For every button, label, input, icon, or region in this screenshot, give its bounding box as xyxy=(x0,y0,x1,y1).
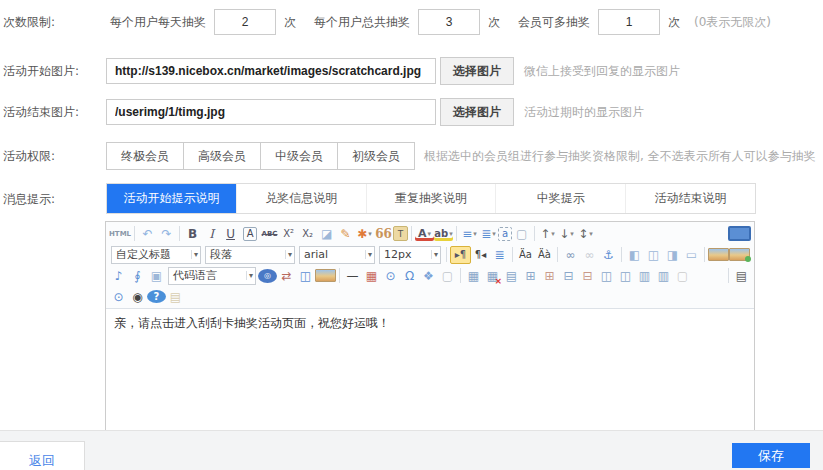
paste-icon[interactable]: ▤ xyxy=(166,288,185,306)
tab-1[interactable]: 活动开始提示说明 xyxy=(107,184,236,213)
limits-hint: (0表示无限次) xyxy=(694,14,771,31)
underline-icon[interactable]: U xyxy=(221,225,240,243)
insert-table-icon[interactable]: ▦ xyxy=(464,267,483,285)
subscript-icon[interactable]: X₂ xyxy=(298,225,317,243)
para-space-top-icon[interactable]: ↑▾ xyxy=(538,225,557,243)
delete-row-icon[interactable]: ⊟ xyxy=(559,267,578,285)
blockquote-icon[interactable]: 66 xyxy=(374,225,393,243)
anchor-icon[interactable]: ⚓ xyxy=(599,246,618,264)
end-image-pick-button[interactable]: 选择图片 xyxy=(440,98,514,126)
tab-4[interactable]: 中奖提示 xyxy=(495,184,625,213)
link-icon[interactable]: ∞ xyxy=(561,246,580,264)
toolbar-separator xyxy=(557,247,558,262)
member-group-button[interactable]: 高级会员 xyxy=(183,142,261,170)
split-col-icon[interactable]: ▥ xyxy=(635,267,654,285)
table-title-icon[interactable]: ▤ xyxy=(502,267,521,285)
format-brush-icon[interactable]: ✎ xyxy=(336,225,355,243)
dir-ltr-icon[interactable]: ▸¶ xyxy=(450,246,471,264)
daily-draw-input[interactable] xyxy=(214,9,276,35)
font-size-select[interactable]: 12px▾ xyxy=(379,246,441,264)
custom-title-select[interactable]: 自定义标题▾ xyxy=(111,246,201,264)
html-source-icon[interactable]: HTML xyxy=(109,225,131,243)
img-align-center-icon[interactable]: ◫ xyxy=(644,246,663,264)
superscript-icon[interactable]: X² xyxy=(279,225,298,243)
total-draw-input[interactable] xyxy=(418,9,480,35)
print-icon[interactable]: ▤ xyxy=(732,267,751,285)
horizontal-rule-icon[interactable]: — xyxy=(343,267,362,285)
insert-code-icon[interactable]: ◎ xyxy=(258,269,277,283)
message-tabs: 活动开始提示说明兑奖信息说明重复抽奖说明中奖提示活动结束说明 xyxy=(106,183,756,214)
paragraph-select[interactable]: 段落▾ xyxy=(205,246,295,264)
undo-icon[interactable]: ↶ xyxy=(138,225,157,243)
paste-text-icon[interactable]: T xyxy=(393,226,408,241)
columns-icon[interactable]: ◫ xyxy=(296,267,315,285)
delete-table-icon[interactable]: ▦ xyxy=(483,267,502,285)
save-button[interactable]: 保存 xyxy=(732,443,810,468)
dropdown-arrow: ▾ xyxy=(428,230,432,238)
doc-page-icon[interactable]: ▢ xyxy=(673,267,692,285)
member-group-button[interactable]: 初级会员 xyxy=(337,142,415,170)
bold-icon[interactable]: B xyxy=(183,225,202,243)
image-manager-icon[interactable] xyxy=(729,248,750,261)
member-group-button[interactable]: 终极会员 xyxy=(106,142,184,170)
insert-row-icon[interactable]: ⊞ xyxy=(521,267,540,285)
fullscreen-icon[interactable] xyxy=(728,226,751,241)
delete-col-icon[interactable]: ⊟ xyxy=(578,267,597,285)
member-extra-input[interactable] xyxy=(598,9,660,35)
img-align-left-icon[interactable]: ◧ xyxy=(625,246,644,264)
tab-3[interactable]: 重复抽奖说明 xyxy=(366,184,496,213)
map-icon[interactable]: ❖ xyxy=(419,267,438,285)
attachment-icon[interactable]: ∮ xyxy=(128,267,147,285)
split-row-icon[interactable]: ◫ xyxy=(616,267,635,285)
eraser-icon[interactable]: ◪ xyxy=(317,225,336,243)
find-replace-icon[interactable]: ◉ xyxy=(128,288,147,306)
permission-label: 活动权限: xyxy=(0,148,106,165)
help-icon[interactable]: ? xyxy=(147,290,166,303)
tab-5[interactable]: 活动结束说明 xyxy=(625,184,755,213)
rich-text-editor: HTML↶↷BIUAABCX²X₂◪✎✱▾66TA▾ab▾≡▾≣▾a▢↑▾↓▾↕… xyxy=(105,221,755,454)
end-image-input[interactable] xyxy=(106,99,436,125)
anchor-ref-icon[interactable]: a xyxy=(498,227,512,241)
start-image-input[interactable] xyxy=(106,58,436,84)
img-align-none-icon[interactable]: ▭ xyxy=(682,246,701,264)
time-icon[interactable]: ⊙ xyxy=(381,267,400,285)
italic-icon[interactable]: I xyxy=(202,225,221,243)
blank-doc-icon[interactable]: ▢ xyxy=(512,225,531,243)
snapshot-icon[interactable]: ▢ xyxy=(438,267,457,285)
member-group-button[interactable]: 中级会员 xyxy=(260,142,338,170)
footer-bar: 返回 保存 xyxy=(0,430,823,470)
para-space-bottom-icon[interactable]: ↓▾ xyxy=(557,225,576,243)
indent-icon[interactable]: ≣ xyxy=(490,246,509,264)
dir-rtl-icon[interactable]: ¶◂ xyxy=(471,246,490,264)
code-language-select[interactable]: 代码语言▾ xyxy=(168,267,256,285)
start-image-pick-button[interactable]: 选择图片 xyxy=(440,57,514,85)
pagebreak-icon[interactable]: ⇄ xyxy=(277,267,296,285)
border-text-icon[interactable]: A xyxy=(243,227,257,241)
font-color-icon[interactable]: A▾ xyxy=(415,227,434,241)
insert-image-icon[interactable] xyxy=(708,248,729,261)
tab-2[interactable]: 兑奖信息说明 xyxy=(236,184,366,213)
insert-frame-icon[interactable]: ▣ xyxy=(147,267,166,285)
img-align-right-icon[interactable]: ◨ xyxy=(663,246,682,264)
to-lowercase-icon[interactable]: Äà xyxy=(535,246,554,264)
auto-typeset-icon[interactable]: ✱▾ xyxy=(355,225,374,243)
unordered-list-icon[interactable]: ≣▾ xyxy=(479,225,498,243)
music-icon[interactable]: ♪ xyxy=(109,267,128,285)
template-icon[interactable] xyxy=(315,269,336,282)
unlink-icon[interactable]: ∞ xyxy=(580,246,599,264)
ordered-list-icon[interactable]: ≡▾ xyxy=(460,225,479,243)
merge-cells-icon[interactable]: ◫ xyxy=(597,267,616,285)
toolbar-separator xyxy=(512,247,513,262)
to-uppercase-icon[interactable]: Äa xyxy=(516,246,535,264)
table-full-width-icon[interactable]: ▥ xyxy=(654,267,673,285)
font-family-select[interactable]: arial▾ xyxy=(299,246,375,264)
line-height-icon[interactable]: ↕▾ xyxy=(576,225,595,243)
redo-icon[interactable]: ↷ xyxy=(157,225,176,243)
back-button[interactable]: 返回 xyxy=(0,441,85,470)
highlight-color-icon[interactable]: ab▾ xyxy=(434,227,453,241)
special-char-icon[interactable]: Ω xyxy=(400,267,419,285)
date-icon[interactable]: ▦ xyxy=(362,267,381,285)
strikethrough-icon[interactable]: ABC xyxy=(260,225,279,243)
insert-col-icon[interactable]: ⊞ xyxy=(540,267,559,285)
preview-icon[interactable]: ⊙ xyxy=(109,288,128,306)
